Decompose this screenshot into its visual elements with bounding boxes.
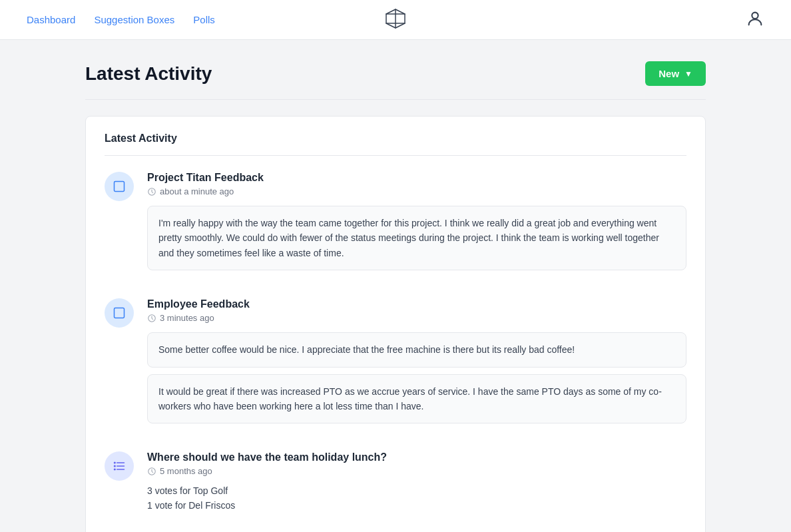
svg-point-12 — [115, 463, 116, 464]
vote-item-1: 1 vote for Del Friscos — [147, 500, 686, 511]
activity-time-label-2: 5 months ago — [160, 466, 212, 476]
activity-icon-list-2 — [105, 451, 134, 481]
activity-time-0: about a minute ago — [147, 186, 686, 196]
activity-time-1: 3 minutes ago — [147, 313, 686, 323]
activity-body-0: Project Titan Feedback about a minute ag… — [147, 172, 686, 277]
navbar: Dashboard Suggestion Boxes Polls — [0, 0, 791, 40]
vote-item-0: 3 votes for Top Golf — [147, 485, 686, 496]
activity-item-2: Where should we have the team holiday lu… — [105, 451, 686, 515]
nav-polls[interactable]: Polls — [193, 14, 215, 25]
user-avatar[interactable] — [746, 9, 764, 31]
new-button-label: New — [659, 68, 679, 79]
svg-point-4 — [752, 12, 758, 18]
feedback-bubble-1-0: Some better coffee would be nice. I appr… — [147, 332, 686, 367]
activity-title-2: Where should we have the team holiday lu… — [147, 451, 686, 463]
activity-icon-box-0 — [105, 172, 134, 201]
activity-item-1: Employee Feedback 3 minutes ago Some bet… — [105, 298, 686, 430]
clock-icon-0 — [147, 187, 156, 196]
svg-rect-7 — [115, 308, 125, 318]
activity-title-1: Employee Feedback — [147, 298, 686, 310]
new-button[interactable]: New ▼ — [645, 61, 706, 86]
page-header: Latest Activity New ▼ — [85, 61, 706, 86]
activity-body-2: Where should we have the team holiday lu… — [147, 451, 686, 515]
main-content: Latest Activity New ▼ Latest Activity Pr… — [0, 40, 791, 532]
logo — [384, 7, 407, 33]
clock-icon-2 — [147, 467, 156, 476]
activity-time-label-1: 3 minutes ago — [160, 313, 214, 323]
page-title: Latest Activity — [85, 63, 212, 85]
activity-time-label-0: about a minute ago — [160, 186, 234, 196]
activity-title-0: Project Titan Feedback — [147, 172, 686, 184]
nav-suggestion-boxes[interactable]: Suggestion Boxes — [94, 14, 174, 25]
activity-item: Project Titan Feedback about a minute ag… — [105, 172, 686, 277]
nav-dashboard[interactable]: Dashboard — [27, 14, 75, 25]
nav-links: Dashboard Suggestion Boxes Polls — [27, 14, 215, 25]
activity-time-2: 5 months ago — [147, 466, 686, 476]
activity-card: Latest Activity Project Titan Feedback a… — [85, 116, 706, 532]
nav-right — [746, 9, 764, 31]
svg-point-13 — [115, 466, 116, 467]
svg-point-14 — [115, 469, 116, 471]
page-divider — [85, 99, 706, 100]
clock-icon-1 — [147, 314, 156, 323]
chevron-down-icon: ▼ — [684, 69, 692, 79]
feedback-bubble-1-1: It would be great if there was increased… — [147, 374, 686, 424]
feedback-bubble-0-0: I'm really happy with the way the team c… — [147, 206, 686, 270]
svg-rect-5 — [115, 182, 125, 192]
card-section-title: Latest Activity — [105, 133, 686, 156]
activity-body-1: Employee Feedback 3 minutes ago Some bet… — [147, 298, 686, 430]
activity-icon-box-1 — [105, 298, 134, 328]
